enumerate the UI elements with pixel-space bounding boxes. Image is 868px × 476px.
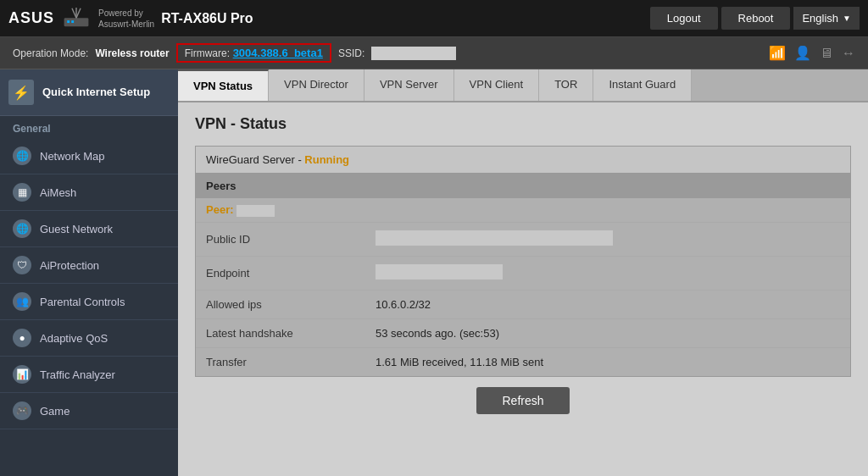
- sidebar-label-network-map: Network Map: [40, 150, 105, 163]
- aimesh-icon: ▦: [13, 183, 31, 202]
- sidebar-label-traffic-analyzer: Traffic Analyzer: [40, 368, 115, 381]
- peer-label: Peer:: [206, 203, 234, 216]
- firmware-label: Firmware:: [185, 47, 230, 59]
- firmware-box: Firmware: 3004.388.6_beta1: [176, 43, 331, 63]
- public-id-label: Public ID: [196, 222, 365, 256]
- table-row: Allowed ips 10.6.0.2/32: [196, 290, 850, 318]
- sidebar-item-game[interactable]: 🎮 Game: [0, 393, 178, 429]
- content-area: VPN Status VPN Director VPN Server VPN C…: [178, 69, 868, 476]
- tab-vpn-status[interactable]: VPN Status: [178, 69, 269, 101]
- peer-label-row: Peer:: [196, 198, 850, 222]
- status-bar: Operation Mode: Wireless router Firmware…: [0, 37, 868, 69]
- latest-handshake-value: 53 seconds ago. (sec:53): [365, 318, 850, 347]
- header-buttons: Logout Reboot English ▼: [650, 7, 860, 30]
- svg-rect-1: [67, 20, 70, 23]
- game-icon: 🎮: [13, 401, 31, 420]
- model-name: RT-AX86U Pro: [161, 11, 253, 26]
- svg-line-3: [72, 8, 76, 18]
- sidebar-item-traffic-analyzer[interactable]: 📊 Traffic Analyzer: [0, 357, 178, 393]
- language-label: English: [802, 12, 838, 25]
- sidebar-label-parental-controls: Parental Controls: [40, 296, 125, 308]
- table-row: Public ID: [196, 222, 850, 256]
- refresh-button[interactable]: Refresh: [476, 387, 569, 414]
- svg-line-5: [76, 8, 81, 18]
- tab-vpn-client[interactable]: VPN Client: [454, 69, 540, 101]
- sidebar-item-aimesh[interactable]: ▦ AiMesh: [0, 174, 178, 211]
- chevron-down-icon: ▼: [843, 14, 851, 23]
- table-row: Latest handshake 53 seconds ago. (sec:53…: [196, 318, 850, 347]
- vpn-section: WireGuard Server - Running Peers Peer: P…: [195, 146, 851, 377]
- ssid-label: SSID:: [338, 47, 364, 59]
- vpn-data-table: Public ID Endpoint Allowed ips 10.6.0.2/…: [196, 222, 850, 376]
- network-icon: ↔: [842, 46, 855, 61]
- tab-tor[interactable]: TOR: [539, 69, 593, 101]
- sidebar-label-guest-network: Guest Network: [40, 223, 113, 235]
- wireguard-server-header: WireGuard Server - Running: [196, 147, 850, 174]
- tab-vpn-server[interactable]: VPN Server: [364, 69, 454, 101]
- sidebar-item-adaptive-qos[interactable]: ● Adaptive QoS: [0, 320, 178, 357]
- wireguard-status: Running: [304, 153, 349, 166]
- main-layout: ⚡ Quick Internet Setup General 🌐 Network…: [0, 69, 868, 476]
- transfer-value: 1.61 MiB received, 11.18 MiB sent: [365, 347, 850, 376]
- traffic-analyzer-icon: 📊: [13, 365, 31, 384]
- asus-logo: ASUS: [8, 9, 54, 27]
- peers-header: Peers: [196, 174, 850, 198]
- sidebar-item-network-map[interactable]: 🌐 Network Map: [0, 138, 178, 174]
- peers-section: Peers Peer: Public ID Endpoint: [196, 174, 850, 376]
- sidebar-item-aiprotection[interactable]: 🛡 AiProtection: [0, 247, 178, 284]
- sidebar-item-guest-network[interactable]: 🌐 Guest Network: [0, 211, 178, 247]
- wifi-icon: 📶: [769, 45, 786, 61]
- language-selector[interactable]: English ▼: [793, 7, 860, 30]
- page-title: VPN - Status: [195, 115, 851, 133]
- allowed-ips-label: Allowed ips: [196, 290, 365, 318]
- status-icons: 📶 👤 🖥 ↔: [769, 45, 855, 61]
- page-content: VPN - Status WireGuard Server - Running …: [178, 102, 868, 476]
- quick-setup-item[interactable]: ⚡ Quick Internet Setup: [0, 69, 178, 116]
- operation-mode-label: Operation Mode:: [13, 47, 88, 59]
- latest-handshake-label: Latest handshake: [196, 318, 365, 347]
- sidebar-item-parental-controls[interactable]: 👥 Parental Controls: [0, 284, 178, 320]
- sidebar: ⚡ Quick Internet Setup General 🌐 Network…: [0, 69, 178, 476]
- router-icon: [61, 7, 92, 30]
- user-icon: 👤: [794, 45, 811, 61]
- powered-by: Powered by Asuswrt-Merlin: [98, 8, 154, 30]
- sidebar-label-aimesh: AiMesh: [40, 186, 76, 199]
- tab-bar: VPN Status VPN Director VPN Server VPN C…: [178, 69, 868, 102]
- endpoint-label: Endpoint: [196, 256, 365, 290]
- quick-setup-icon: ⚡: [8, 80, 34, 105]
- tab-instant-guard[interactable]: Instant Guard: [593, 69, 692, 101]
- public-id-value: [365, 222, 850, 256]
- firmware-value[interactable]: 3004.388.6_beta1: [233, 47, 323, 59]
- logout-button[interactable]: Logout: [650, 7, 718, 30]
- guest-network-icon: 🌐: [13, 219, 31, 238]
- tab-vpn-director[interactable]: VPN Director: [269, 69, 364, 101]
- table-row: Endpoint: [196, 256, 850, 290]
- refresh-bar: Refresh: [195, 377, 851, 424]
- peer-id-box: [236, 205, 275, 217]
- operation-mode-value: Wireless router: [95, 47, 169, 59]
- ssid-value: [371, 47, 456, 60]
- aiprotection-icon: 🛡: [13, 256, 31, 274]
- wireguard-label: WireGuard Server: [206, 153, 295, 166]
- network-map-icon: 🌐: [13, 147, 31, 165]
- public-id-box: [376, 230, 613, 246]
- parental-controls-icon: 👥: [13, 292, 31, 311]
- endpoint-box: [376, 264, 503, 280]
- table-row: Transfer 1.61 MiB received, 11.18 MiB se…: [196, 347, 850, 376]
- sidebar-label-game: Game: [40, 405, 70, 418]
- svg-rect-2: [71, 20, 74, 23]
- monitor-icon: 🖥: [820, 46, 833, 61]
- reboot-button[interactable]: Reboot: [721, 7, 791, 30]
- sidebar-label-aiprotection: AiProtection: [40, 259, 99, 272]
- sidebar-label-adaptive-qos: Adaptive QoS: [40, 332, 108, 345]
- logo-area: ASUS Powered by Asuswrt-Merlin RT-AX86U …: [8, 7, 253, 30]
- transfer-label: Transfer: [196, 347, 365, 376]
- top-header: ASUS Powered by Asuswrt-Merlin RT-AX86U …: [0, 0, 868, 37]
- quick-setup-label: Quick Internet Setup: [42, 86, 150, 100]
- general-section-label: General: [0, 116, 178, 138]
- allowed-ips-value: 10.6.0.2/32: [365, 290, 850, 318]
- adaptive-qos-icon: ●: [13, 329, 31, 347]
- endpoint-value: [365, 256, 850, 290]
